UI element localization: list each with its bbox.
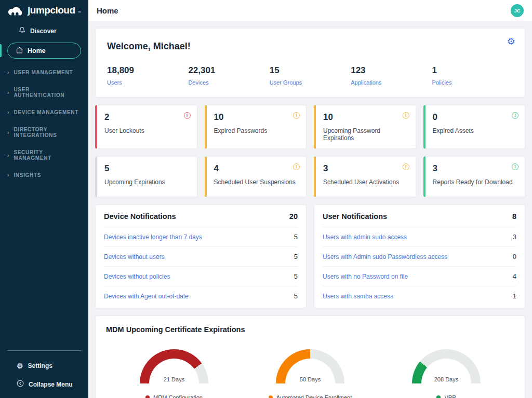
- legend-dot-icon: [269, 395, 273, 398]
- legend-label: Automated Device Enrollment: [276, 394, 352, 398]
- alert-exclamation-icon: !: [403, 112, 409, 119]
- sidebar-item-label: Discover: [30, 28, 57, 35]
- alert-label: Upcoming Password Expirations: [323, 127, 408, 142]
- gauge-automated-device-enrollment: 50 Days Automated Device Enrollment: [250, 349, 370, 398]
- alert-value: 4: [214, 163, 299, 174]
- chevron-right-icon: ›: [7, 153, 9, 158]
- panel-title: MDM Upcoming Certificate Expirations: [106, 325, 514, 334]
- gauge-chart: 21 Days: [140, 349, 208, 384]
- alert-card-expired-passwords[interactable]: 10 ! Expired Passwords: [205, 105, 307, 149]
- alert-label: Scheduled User Suspensions: [214, 179, 299, 186]
- link-users-samba-access[interactable]: Users with samba access: [323, 293, 393, 300]
- active-nav-indicator: [0, 44, 2, 57]
- dashboard-content: Welcome, Michael! ⚙ 18,809 Users 22,301 …: [88, 21, 532, 398]
- alert-label: Upcoming Expirations: [104, 179, 190, 186]
- sidebar-divider: [7, 350, 81, 351]
- gauge-legend: Automated Device Enrollment: [250, 394, 370, 398]
- alert-card-reports-ready[interactable]: 3 ! Reports Ready for Download: [423, 156, 526, 197]
- sidebar-section-insights[interactable]: › INSIGHTS: [0, 167, 88, 184]
- table-row: Users with samba access 1: [323, 286, 516, 306]
- sidebar-item-label: Settings: [28, 362, 52, 369]
- link-users-admin-sudo-passwordless[interactable]: Users with Admin sudo Passwordless acces…: [323, 253, 447, 260]
- row-value: 1: [513, 292, 516, 300]
- cloud-logo-icon: [7, 5, 25, 19]
- page-title: Home: [97, 6, 118, 15]
- sidebar-section-label: SECURITY MANAGMENT: [14, 149, 81, 161]
- sidebar-item-settings[interactable]: ⚙ Settings: [0, 357, 88, 375]
- stat-users: 18,809 Users: [107, 65, 188, 86]
- chevron-right-icon: ›: [7, 70, 9, 75]
- sidebar-section-device-management[interactable]: › DEVICE MANAGEMENT: [0, 104, 88, 121]
- table-row: Users with no Password on file 4: [323, 266, 516, 286]
- alert-card-scheduled-user-suspensions[interactable]: 4 ! Scheduled User Suspensions: [205, 156, 307, 197]
- stat-value: 22,301: [188, 65, 269, 76]
- collapse-circle-arrow-icon: [17, 380, 24, 389]
- stat-link-users[interactable]: Users: [107, 79, 188, 86]
- sidebar-section-user-authentication[interactable]: › USER AUTHENTICATION: [0, 81, 88, 104]
- link-users-no-password[interactable]: Users with no Password on file: [323, 273, 408, 280]
- row-value: 5: [294, 233, 298, 241]
- stat-link-applications[interactable]: Applications: [351, 79, 432, 86]
- user-avatar[interactable]: JC: [511, 4, 524, 17]
- link-devices-without-users[interactable]: Devices without users: [104, 253, 165, 260]
- stat-link-devices[interactable]: Devices: [188, 79, 269, 86]
- alert-exclamation-icon: !: [293, 112, 300, 119]
- panel-total: 8: [512, 212, 516, 221]
- table-row: Devices with Agent out-of-date 5: [104, 286, 298, 306]
- sidebar-section-label: DEVICE MANAGEMENT: [14, 109, 78, 115]
- chevron-right-icon: ›: [7, 109, 9, 115]
- alert-card-expired-assets[interactable]: 0 ! Expired Assets: [423, 105, 526, 149]
- table-row: Devices without users 5: [104, 246, 298, 266]
- table-row: Devices without policies 5: [104, 266, 298, 286]
- gauge-legend: MDM Configuration: [114, 394, 234, 398]
- alert-value: 5: [104, 163, 190, 174]
- legend-label: VPP: [444, 394, 456, 398]
- stat-value: 1: [432, 65, 513, 76]
- alert-card-scheduled-user-activations[interactable]: 3 ! Scheduled User Activations: [314, 156, 416, 197]
- sidebar-section-directory-integrations[interactable]: › DIRECTORY INTEGRATIONS: [0, 121, 88, 144]
- link-devices-inactive[interactable]: Devices inactive longer than 7 days: [104, 234, 202, 241]
- panel-title: User Notifications: [323, 212, 387, 221]
- gauge-days-label: 50 Days: [276, 376, 344, 382]
- gauge-days-label: 208 Days: [412, 376, 481, 382]
- link-devices-without-policies[interactable]: Devices without policies: [104, 273, 170, 280]
- sidebar-section-label: DIRECTORY INTEGRATIONS: [14, 127, 81, 138]
- chevron-right-icon: ›: [7, 90, 9, 95]
- sidebar-item-home[interactable]: Home: [7, 43, 81, 59]
- alert-card-upcoming-expirations[interactable]: 5 Upcoming Expirations: [95, 156, 197, 197]
- alert-exclamation-icon: !: [512, 112, 518, 119]
- top-bar: Home JC: [88, 0, 532, 21]
- welcome-card: Welcome, Michael! ⚙ 18,809 Users 22,301 …: [95, 28, 525, 98]
- gauge-mdm-configuration: 21 Days MDM Configuration: [114, 349, 234, 398]
- stat-user-groups: 15 User Groups: [270, 65, 351, 86]
- gauge-days-label: 21 Days: [140, 376, 208, 382]
- user-notifications-panel: User Notifications 8 Users with admin su…: [314, 204, 525, 308]
- dashboard-settings-gear-icon[interactable]: ⚙: [507, 37, 515, 46]
- alert-exclamation-icon: !: [184, 112, 191, 119]
- link-devices-agent-out-of-date[interactable]: Devices with Agent out-of-date: [104, 293, 189, 300]
- gear-icon: ⚙: [17, 362, 23, 369]
- link-users-admin-sudo[interactable]: Users with admin sudo access: [323, 234, 407, 241]
- row-value: 5: [294, 272, 298, 280]
- jumpcloud-logo[interactable]: jumpcloud ™: [0, 0, 88, 19]
- sidebar-section-label: USER AUTHENTICATION: [14, 87, 81, 98]
- gauge-legend: VPP: [387, 394, 506, 398]
- alert-card-upcoming-password-expirations[interactable]: 10 ! Upcoming Password Expirations: [314, 105, 416, 149]
- stat-devices: 22,301 Devices: [188, 65, 269, 86]
- sidebar-section-label: USER MANAGEMENT: [14, 70, 73, 75]
- sidebar-section-security-management[interactable]: › SECURITY MANAGMENT: [0, 144, 88, 167]
- stat-policies: 1 Policies: [432, 65, 513, 86]
- alert-value: 2: [104, 112, 190, 122]
- sidebar-section-user-management[interactable]: › USER MANAGEMENT: [0, 64, 88, 81]
- stat-link-policies[interactable]: Policies: [432, 79, 513, 86]
- alert-card-user-lockouts[interactable]: 2 ! User Lockouts: [95, 105, 197, 149]
- alert-label: User Lockouts: [104, 127, 190, 134]
- sidebar-item-discover[interactable]: Discover: [0, 22, 88, 39]
- alert-exclamation-icon: !: [512, 163, 518, 170]
- alert-value: 0: [433, 112, 518, 122]
- chevron-right-icon: ›: [7, 172, 9, 178]
- stat-link-user-groups[interactable]: User Groups: [270, 79, 351, 86]
- sidebar-item-collapse-menu[interactable]: Collapse Menu: [0, 375, 88, 394]
- alert-value: 10: [323, 112, 408, 122]
- sidebar-item-label: Collapse Menu: [29, 381, 73, 388]
